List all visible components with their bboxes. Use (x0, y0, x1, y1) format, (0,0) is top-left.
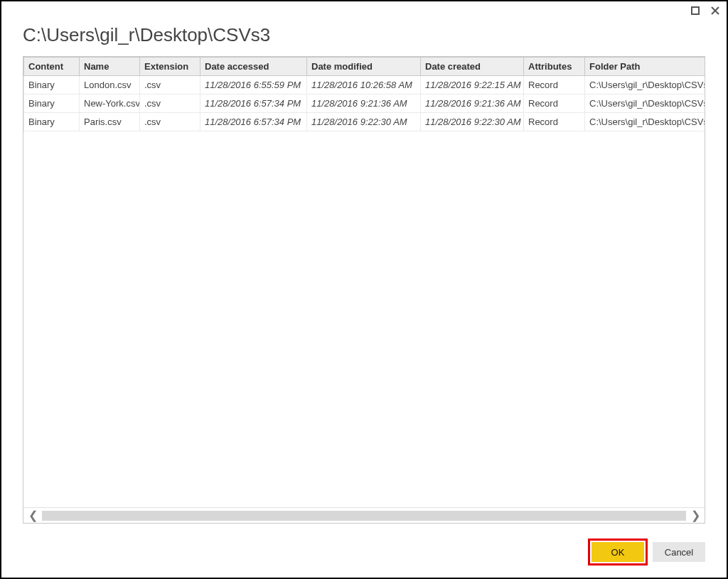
cell-content: Binary (24, 113, 80, 131)
table-scroll-area: Content Name Extension Date accessed Dat… (23, 57, 705, 507)
cell-attributes: Record (524, 76, 585, 94)
preview-table-container: Content Name Extension Date accessed Dat… (23, 56, 705, 524)
cell-extension: .csv (140, 94, 200, 113)
preview-table: Content Name Extension Date accessed Dat… (23, 57, 705, 131)
ok-button[interactable]: OK (592, 542, 644, 562)
scroll-right-icon[interactable]: ❯ (686, 508, 705, 524)
titlebar (1, 1, 727, 20)
cell-extension: .csv (140, 76, 200, 94)
horizontal-scrollbar[interactable]: ❮ ❯ (23, 507, 705, 523)
scroll-left-icon[interactable]: ❮ (23, 508, 42, 524)
cell-content: Binary (24, 94, 80, 113)
cell-modified: 11/28/2016 10:26:58 AM (307, 76, 421, 94)
cell-folder: C:\Users\gil_r\Desktop\CSVs (585, 76, 705, 94)
cell-accessed: 11/28/2016 6:57:34 PM (200, 113, 307, 131)
dialog-content: C:\Users\gil_r\Desktop\CSVs3 Content Nam… (1, 20, 727, 531)
cell-created: 11/28/2016 9:22:15 AM (421, 76, 524, 94)
cell-name: Paris.csv (80, 113, 140, 131)
cell-attributes: Record (524, 113, 585, 131)
svg-rect-0 (692, 7, 699, 14)
cell-attributes: Record (524, 94, 585, 113)
cell-modified: 11/28/2016 9:22:30 AM (307, 113, 421, 131)
cell-accessed: 11/28/2016 6:55:59 PM (200, 76, 307, 94)
cell-folder: C:\Users\gil_r\Desktop\CSVs (585, 94, 705, 113)
cell-content: Binary (24, 76, 80, 94)
cell-modified: 11/28/2016 9:21:36 AM (307, 94, 421, 113)
cancel-button[interactable]: Cancel (653, 542, 705, 562)
col-header-attributes[interactable]: Attributes (524, 58, 585, 76)
cell-folder: C:\Users\gil_r\Desktop\CSVs (585, 113, 705, 131)
page-title: C:\Users\gil_r\Desktop\CSVs3 (23, 24, 705, 46)
col-header-name[interactable]: Name (80, 58, 140, 76)
table-row[interactable]: Binary Paris.csv .csv 11/28/2016 6:57:34… (24, 113, 705, 131)
cell-name: London.csv (80, 76, 140, 94)
col-header-folder[interactable]: Folder Path (585, 58, 705, 76)
cell-name: New-York.csv (80, 94, 140, 113)
maximize-icon[interactable] (690, 5, 701, 16)
col-header-created[interactable]: Date created (421, 58, 524, 76)
col-header-accessed[interactable]: Date accessed (200, 58, 307, 76)
dialog-window: C:\Users\gil_r\Desktop\CSVs3 Content Nam… (0, 0, 728, 579)
table-row[interactable]: Binary London.csv .csv 11/28/2016 6:55:5… (24, 76, 705, 94)
close-icon[interactable] (710, 5, 721, 16)
cell-created: 11/28/2016 9:22:30 AM (421, 113, 524, 131)
col-header-modified[interactable]: Date modified (307, 58, 421, 76)
cell-created: 11/28/2016 9:21:36 AM (421, 94, 524, 113)
table-row[interactable]: Binary New-York.csv .csv 11/28/2016 6:57… (24, 94, 705, 113)
cell-extension: .csv (140, 113, 200, 131)
table-header-row: Content Name Extension Date accessed Dat… (24, 58, 705, 76)
scrollbar-track[interactable] (42, 511, 686, 521)
col-header-content[interactable]: Content (24, 58, 80, 76)
dialog-footer: OK Cancel (1, 531, 727, 578)
cell-accessed: 11/28/2016 6:57:34 PM (200, 94, 307, 113)
col-header-extension[interactable]: Extension (140, 58, 200, 76)
